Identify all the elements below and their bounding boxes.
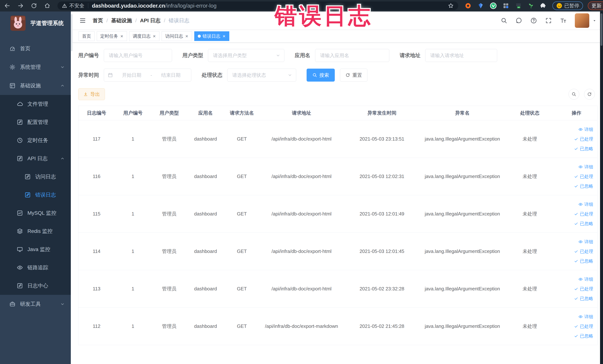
mark-processed-link[interactable]: 已处理	[574, 248, 593, 254]
detail-link[interactable]: 详细	[578, 276, 593, 282]
sidebar-item-log-center[interactable]: 日志中心	[0, 277, 73, 295]
export-button[interactable]: 导出	[78, 88, 105, 100]
process-status-select[interactable]	[227, 69, 296, 81]
detail-link-label: 详细	[584, 164, 593, 170]
fullscreen-icon[interactable]	[545, 17, 552, 24]
breadcrumb-separator: /	[164, 18, 165, 23]
extension-orange-icon[interactable]	[464, 2, 472, 9]
profile-paused-badge[interactable]: 已暂停	[552, 1, 583, 10]
sidebar-item-system[interactable]: 系统管理	[0, 58, 73, 76]
forward-icon[interactable]	[17, 3, 24, 9]
user-menu[interactable]	[575, 13, 597, 28]
toggle-search-button[interactable]	[568, 89, 579, 100]
extension-plant-icon[interactable]	[528, 2, 534, 9]
back-icon[interactable]	[4, 3, 10, 9]
filter-app-name: 应用名	[295, 49, 389, 62]
mark-processed-link[interactable]: 已处理	[574, 286, 593, 292]
user-type-select[interactable]	[208, 49, 284, 61]
tag-scheduled-jobs[interactable]: 定时任务 ×	[97, 31, 127, 41]
sidebar-item-mysql-monitor[interactable]: MySQL 监控	[0, 204, 73, 222]
mark-ignored-link[interactable]: 已忽略	[574, 221, 593, 227]
sidebar-item-home[interactable]: 首页	[0, 39, 73, 58]
sidebar-item-scheduled-jobs[interactable]: 定时任务	[0, 131, 73, 150]
sidebar-item-infra[interactable]: 基础设施	[0, 76, 73, 95]
detail-link[interactable]: 详细	[578, 314, 593, 320]
detail-link[interactable]: 详细	[578, 164, 593, 170]
extension-puzzle-icon[interactable]	[540, 2, 547, 9]
search-button[interactable]: 搜索	[307, 69, 335, 82]
refresh-table-button[interactable]	[584, 89, 595, 100]
tag-access-log[interactable]: 访问日志 ×	[162, 31, 192, 41]
detail-link[interactable]: 详细	[578, 201, 593, 207]
detail-link[interactable]: 详细	[578, 239, 593, 245]
sidebar-item-file-manage[interactable]: 文件管理	[0, 95, 73, 113]
tag-close-icon[interactable]: ×	[185, 34, 188, 39]
sidebar-item-api-log[interactable]: API 日志	[0, 150, 73, 168]
sidebar-scrollbar[interactable]	[71, 12, 73, 364]
user-id-input[interactable]	[104, 49, 172, 61]
mark-ignored-link[interactable]: 已忽略	[574, 295, 593, 302]
sidebar-item-java-monitor[interactable]: Java 监控	[0, 240, 73, 258]
sidebar-item-dev-tools[interactable]: 研发工具	[0, 295, 73, 313]
address-bar[interactable]: 不安全 dashboard.yudao.iocoder.cn/infra/log…	[58, 1, 458, 10]
end-date-placeholder[interactable]: 结束日期	[154, 72, 187, 78]
column-header: 用户编号	[115, 110, 151, 116]
help-icon[interactable]	[530, 17, 537, 24]
search-icon[interactable]	[501, 17, 507, 24]
page-scrollbar-thumb[interactable]	[601, 13, 603, 46]
tag-close-icon[interactable]: ×	[120, 34, 123, 39]
github-icon[interactable]	[515, 17, 522, 24]
request-url-input[interactable]	[425, 49, 497, 61]
mark-processed-link[interactable]: 已处理	[574, 211, 593, 217]
sidebar-scrollbar-thumb[interactable]	[71, 14, 72, 51]
font-size-icon[interactable]	[560, 17, 567, 24]
mark-processed-link[interactable]: 已处理	[574, 323, 593, 329]
avatar[interactable]	[575, 13, 589, 28]
cell-actions: 详细 已处理 已忽略	[556, 127, 597, 152]
not-secure-warning-icon[interactable]	[62, 3, 67, 8]
start-date-placeholder[interactable]: 开始日期	[115, 72, 148, 78]
sidebar-item-redis-monitor[interactable]: Redis 监控	[0, 222, 73, 240]
tag-close-icon[interactable]: ×	[152, 34, 156, 39]
tag-home[interactable]: 首页	[79, 31, 94, 41]
detail-link[interactable]: 详细	[578, 127, 593, 132]
sidebar-item-config-manage[interactable]: 配置管理	[0, 113, 73, 131]
browser-home-icon[interactable]	[44, 3, 50, 9]
app-logo-row[interactable]: 芋道管理系统	[0, 12, 73, 35]
cell-request-url: /api/infra/db-doc/export-html	[260, 286, 343, 292]
filter-label: 用户编号	[78, 52, 99, 59]
page-scrollbar[interactable]	[600, 12, 603, 364]
reload-icon[interactable]	[31, 3, 37, 9]
tag-schedule-log[interactable]: 调度日志 ×	[129, 31, 159, 41]
extension-green-v-icon[interactable]	[490, 2, 497, 9]
browser-update-button[interactable]: 更新	[588, 1, 603, 10]
app-name-input[interactable]	[315, 49, 389, 61]
bookmark-star-icon[interactable]	[448, 3, 454, 9]
extension-grid-icon[interactable]	[502, 2, 509, 9]
extension-blue-shield-icon[interactable]	[477, 2, 484, 9]
filter-user-id: 用户编号	[78, 49, 172, 62]
sidebar-item-trace[interactable]: 链路追踪	[0, 258, 73, 277]
mark-ignored-link[interactable]: 已忽略	[574, 333, 593, 339]
reset-button[interactable]: 重置	[340, 69, 367, 82]
breadcrumb-infra[interactable]: 基础设施	[111, 17, 132, 24]
mark-ignored-link[interactable]: 已忽略	[574, 146, 593, 152]
sidebar-item-label: 研发工具	[20, 301, 41, 308]
breadcrumb-api-log[interactable]: API 日志	[140, 17, 161, 24]
sidebar-item-access-log[interactable]: 访问日志	[0, 168, 73, 186]
tag-error-log[interactable]: 错误日志 ×	[194, 31, 229, 41]
svg-text:on: on	[518, 7, 520, 8]
mark-ignored-link[interactable]: 已忽略	[574, 183, 593, 189]
sidebar-item-error-log[interactable]: 错误日志	[0, 186, 73, 204]
mark-processed-link[interactable]: 已处理	[574, 174, 593, 179]
breadcrumb-home[interactable]: 首页	[93, 17, 103, 24]
mark-ignored-link[interactable]: 已忽略	[574, 258, 593, 264]
extension-on-badge-icon[interactable]: on	[515, 2, 522, 9]
eye-icon	[578, 315, 583, 319]
column-header: 日志编号	[78, 110, 115, 116]
tag-close-icon[interactable]: ×	[222, 34, 226, 39]
hamburger-icon[interactable]	[79, 17, 86, 24]
table-row: 117 1 管理员 dashboard GET /api/infra/db-do…	[78, 120, 597, 158]
mark-processed-link[interactable]: 已处理	[574, 136, 593, 142]
date-range-picker[interactable]: 开始日期 - 结束日期	[104, 69, 191, 82]
